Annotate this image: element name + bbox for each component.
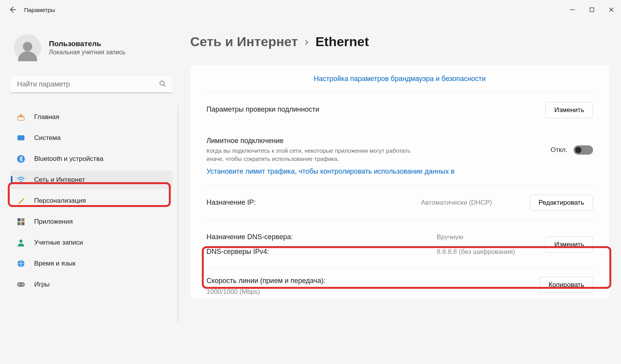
auth-row: Параметры проверки подлинности Изменить bbox=[206, 92, 593, 128]
nav-label: Время и язык bbox=[34, 260, 76, 267]
user-name: Пользователь bbox=[49, 40, 125, 48]
avatar bbox=[14, 34, 41, 61]
dns-edit-button[interactable]: Изменить bbox=[545, 236, 593, 253]
metered-desc: Когда вы подключитесь к этой сети, некот… bbox=[206, 147, 428, 163]
svg-rect-1 bbox=[590, 8, 594, 12]
nav-label: Учетные записи bbox=[34, 239, 83, 247]
svg-rect-13 bbox=[21, 222, 24, 225]
titlebar: Параметры bbox=[0, 0, 621, 19]
home-icon bbox=[16, 112, 26, 122]
svg-point-9 bbox=[20, 181, 22, 183]
svg-line-5 bbox=[164, 85, 165, 86]
ip-label: Назначение IP: bbox=[206, 195, 413, 210]
nav-personalization[interactable]: Персонализация bbox=[11, 191, 172, 210]
nav-label: Персонализация bbox=[34, 197, 86, 205]
wifi-icon bbox=[16, 175, 26, 185]
user-subtitle: Локальная учетная запись bbox=[49, 49, 125, 56]
dns-label1: Назначение DNS-сервера: bbox=[206, 230, 429, 245]
speed-value: 1000/1000 (Mbps) bbox=[206, 288, 539, 296]
nav-accounts[interactable]: Учетные записи bbox=[11, 233, 172, 252]
bluetooth-icon bbox=[16, 154, 26, 164]
metered-title: Лимитное подключение bbox=[206, 137, 543, 145]
dns-label2: DNS-серверы IPv4: bbox=[206, 245, 429, 259]
system-icon bbox=[16, 133, 26, 143]
svg-point-18 bbox=[23, 284, 24, 285]
back-button[interactable] bbox=[8, 5, 17, 14]
ip-row: Назначение IP: Автоматически (DHCP) Реда… bbox=[206, 185, 593, 220]
arrow-left-icon bbox=[9, 6, 16, 14]
close-icon bbox=[609, 7, 614, 12]
auth-title: Параметры проверки подлинности bbox=[206, 105, 538, 114]
nav-label: Система bbox=[34, 134, 61, 142]
copy-button[interactable]: Копировать bbox=[539, 277, 593, 293]
svg-rect-6 bbox=[18, 117, 24, 120]
sidebar: Пользователь Локальная учетная запись Гл… bbox=[0, 19, 179, 364]
dns-value2: 8.8.8.8 (без шифрования) bbox=[437, 245, 538, 259]
nav-network[interactable]: Сеть и Интернет bbox=[11, 171, 172, 189]
svg-rect-16 bbox=[17, 282, 25, 287]
nav-time-language[interactable]: Время и язык bbox=[11, 254, 172, 273]
ip-edit-button[interactable]: Редактировать bbox=[530, 195, 593, 211]
minimize-button[interactable] bbox=[563, 0, 582, 19]
svg-rect-11 bbox=[21, 218, 24, 221]
breadcrumb-parent[interactable]: Сеть и Интернет bbox=[190, 34, 298, 49]
auth-edit-button[interactable]: Изменить bbox=[545, 102, 593, 118]
nav-gaming[interactable]: Игры bbox=[11, 275, 172, 294]
app-title: Параметры bbox=[24, 7, 55, 13]
close-button[interactable] bbox=[602, 0, 621, 19]
nav-label: Приложения bbox=[34, 218, 73, 226]
globe-icon bbox=[16, 259, 26, 268]
firewall-link[interactable]: Настройка параметров брандмауэра и безоп… bbox=[206, 66, 593, 92]
svg-rect-10 bbox=[17, 218, 21, 221]
nav-system[interactable]: Система bbox=[11, 129, 172, 147]
main-content: Сеть и Интернет › Ethernet Настройка пар… bbox=[179, 19, 621, 364]
breadcrumb: Сеть и Интернет › Ethernet bbox=[190, 34, 609, 49]
brush-icon bbox=[16, 196, 26, 205]
toggle-label: Откл. bbox=[551, 146, 567, 154]
svg-point-17 bbox=[19, 284, 20, 285]
breadcrumb-current: Ethernet bbox=[316, 34, 369, 49]
nav-list: Главная Система Bluetooth и устройства С… bbox=[11, 105, 179, 323]
metered-toggle[interactable] bbox=[574, 145, 593, 155]
minimize-icon bbox=[570, 7, 575, 12]
dns-value1: Вручную bbox=[437, 230, 538, 244]
nav-label: Игры bbox=[34, 281, 50, 288]
ip-value: Автоматически (DHCP) bbox=[421, 195, 522, 210]
nav-bluetooth[interactable]: Bluetooth и устройства bbox=[11, 150, 172, 168]
nav-apps[interactable]: Приложения bbox=[11, 212, 172, 231]
search-box bbox=[11, 76, 172, 93]
nav-label: Сеть и Интернет bbox=[34, 176, 85, 184]
speed-title: Скорость линии (прием и передача): bbox=[206, 277, 539, 285]
person-icon bbox=[16, 238, 26, 247]
search-icon bbox=[159, 80, 166, 89]
speed-row: Скорость линии (прием и передача): 1000/… bbox=[206, 269, 593, 299]
toggle-thumb bbox=[575, 147, 581, 153]
data-limit-link[interactable]: Установите лимит трафика, чтобы контроли… bbox=[206, 164, 593, 185]
maximize-icon bbox=[589, 7, 595, 12]
nav-label: Bluetooth и устройства bbox=[34, 155, 103, 163]
user-block[interactable]: Пользователь Локальная учетная запись bbox=[11, 34, 179, 61]
apps-icon bbox=[16, 217, 26, 226]
svg-point-14 bbox=[19, 240, 23, 243]
nav-home[interactable]: Главная bbox=[11, 108, 172, 126]
metered-row: Лимитное подключение Когда вы подключите… bbox=[206, 128, 593, 164]
svg-rect-7 bbox=[17, 135, 24, 140]
chevron-right-icon: › bbox=[305, 36, 308, 48]
svg-point-4 bbox=[160, 81, 164, 85]
maximize-button[interactable] bbox=[582, 0, 602, 19]
nav-label: Главная bbox=[34, 113, 59, 121]
search-input[interactable] bbox=[11, 76, 172, 93]
gamepad-icon bbox=[16, 280, 26, 289]
settings-panel: Настройка параметров брандмауэра и безоп… bbox=[190, 66, 609, 299]
svg-rect-12 bbox=[17, 222, 21, 225]
dns-row: Назначение DNS-сервера: DNS-серверы IPv4… bbox=[206, 220, 593, 269]
